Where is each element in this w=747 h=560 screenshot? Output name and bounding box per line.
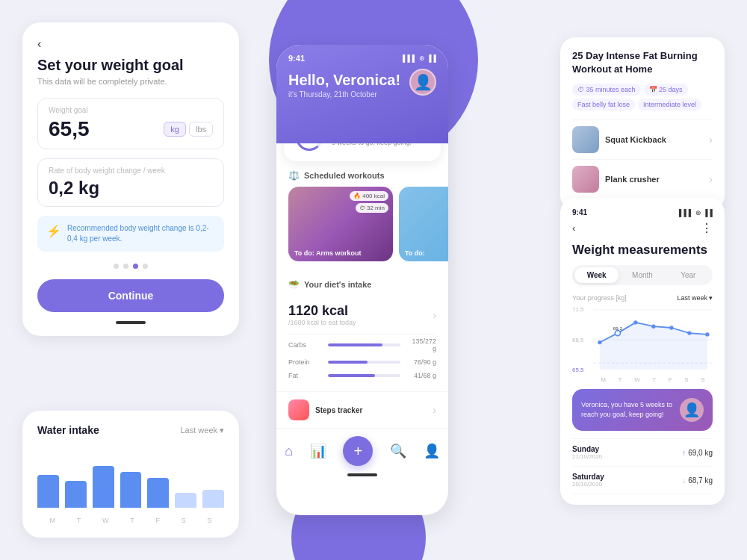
day-label-2: W bbox=[102, 517, 109, 524]
wm-tab-week[interactable]: Week bbox=[574, 267, 619, 283]
workout-label-0: To do: Arms workout bbox=[294, 249, 362, 257]
wm-time: 9:41 bbox=[572, 208, 587, 217]
rate-box: Rate of body weight change / week 0,2 kg bbox=[37, 158, 224, 207]
dot-3 bbox=[133, 264, 138, 269]
phone-middle: 9:41 ▌▌▌ ⊛ ▐▐ Hello, Veronica! it's Thur… bbox=[276, 45, 448, 515]
workouts-section-header: ⚖️ Scheduled workouts bbox=[276, 161, 448, 187]
weight-chart: 71,5 68,5 65,5 bbox=[572, 306, 713, 383]
exercise-row-0[interactable]: Squat Kickback › bbox=[572, 119, 713, 159]
continue-button[interactable]: Continue bbox=[37, 279, 224, 312]
bar-fri bbox=[147, 478, 169, 508]
recommendation-text: Recommended body weight change is 0,2-0,… bbox=[67, 223, 215, 244]
wm-tab-month[interactable]: Month bbox=[620, 267, 664, 283]
chart-point-4 bbox=[669, 326, 673, 329]
macro-row-protein: Protein 76/90 g bbox=[288, 355, 436, 369]
dot-2 bbox=[123, 264, 128, 269]
water-intake-card: Water intake Last week ▾ M T W bbox=[22, 411, 239, 538]
nav-home-icon[interactable]: ⌂ bbox=[285, 444, 293, 459]
wm-tab-year[interactable]: Year bbox=[666, 267, 710, 283]
progress-dots bbox=[37, 264, 224, 269]
macro-row-carbs: Carbs 135/272 g bbox=[288, 335, 436, 355]
macro-val-protein: 76/90 g bbox=[406, 358, 436, 366]
weight-value: 65,5 bbox=[49, 117, 90, 141]
x-label-m: M bbox=[601, 376, 606, 383]
weight-goal-card: ‹ Set your weight goal This data will be… bbox=[22, 22, 239, 336]
status-icons: ▌▌▌ ⊛ ▐▐ bbox=[403, 55, 436, 62]
steps-row[interactable]: Steps tracker › bbox=[276, 391, 448, 428]
exercise-arrow-0: › bbox=[709, 134, 713, 146]
exercise-name-1: Plank crusher bbox=[605, 175, 709, 184]
wm-back-button[interactable]: ‹ bbox=[572, 223, 575, 234]
y-label-top: 71,5 bbox=[572, 306, 584, 313]
wm-motivation-text: Veronica, you have 5 weeks to reach you … bbox=[581, 400, 674, 419]
wm-period[interactable]: Last week ▾ bbox=[677, 294, 713, 302]
workout-program-title: 25 Day Intense Fat Burning Workout at Ho… bbox=[572, 49, 713, 76]
workout-badges-0: 🔥 400 kcal ⏱ 32 min bbox=[350, 191, 388, 213]
exercise-thumb-0 bbox=[572, 126, 599, 153]
exercise-row-1[interactable]: Plank crusher › bbox=[572, 159, 713, 199]
water-period[interactable]: Last week ▾ bbox=[180, 426, 224, 435]
day-label-3: T bbox=[130, 517, 134, 524]
steps-image bbox=[288, 399, 309, 420]
phone-bottom-bar bbox=[347, 473, 377, 476]
tag-belly: Fast belly fat lose bbox=[572, 99, 635, 111]
diet-section: 1120 kcal /1600 kcal to eat today › Carb… bbox=[276, 296, 448, 391]
chart-point-6 bbox=[705, 332, 709, 336]
diet-arrow-icon: › bbox=[433, 309, 436, 321]
history-date-0: 21/10/2020 bbox=[572, 453, 602, 460]
bar-col-4 bbox=[147, 448, 169, 508]
workout-tags: ⏱ 35 minutes each 📅 25 days Fast belly f… bbox=[572, 84, 713, 111]
wm-progress-header: Your progress [kg] Last week ▾ bbox=[572, 294, 713, 302]
wm-status-bar: 9:41 ▌▌▌ ⊛ ▐▐ bbox=[572, 208, 713, 217]
day-label-6: S bbox=[208, 517, 212, 524]
macro-fill-fat bbox=[328, 374, 375, 377]
diet-icon: 🥗 bbox=[288, 279, 300, 290]
rate-label: Rate of body weight change / week bbox=[49, 167, 213, 175]
chart-point-1 bbox=[615, 331, 620, 336]
workout-card-1[interactable]: To do: bbox=[399, 187, 448, 261]
nav-chart-icon[interactable]: 📊 bbox=[310, 443, 326, 459]
diet-kcal-row[interactable]: 1120 kcal /1600 kcal to eat today › bbox=[288, 296, 436, 335]
water-bar-chart bbox=[37, 448, 224, 508]
workout-scroll: 🔥 400 kcal ⏱ 32 min To do: Arms workout … bbox=[276, 187, 448, 270]
nav-search-icon[interactable]: 🔍 bbox=[390, 443, 406, 459]
exercise-name-0: Squat Kickback bbox=[605, 135, 709, 144]
macro-name-protein: Protein bbox=[288, 358, 322, 366]
kcal-badge: 🔥 400 kcal bbox=[350, 191, 388, 201]
diet-kcal-value: 1120 kcal bbox=[288, 303, 356, 319]
macro-bar-carbs bbox=[328, 343, 400, 346]
kg-button[interactable]: kg bbox=[164, 122, 186, 137]
chart-x-labels: M T W T F S S bbox=[593, 376, 713, 383]
macro-fill-carbs bbox=[328, 343, 382, 346]
chart-point-2 bbox=[633, 320, 637, 324]
weight-measurements-card: 9:41 ▌▌▌ ⊛ ▐▐ ‹ ⋮ Weight measurements We… bbox=[560, 198, 725, 505]
wm-menu-icon[interactable]: ⋮ bbox=[701, 221, 713, 235]
workout-program-card: 25 Day Intense Fat Burning Workout at Ho… bbox=[560, 37, 725, 211]
wm-history: Sunday 21/10/2020 ↑ 69,0 kg Saturday 20/… bbox=[572, 438, 713, 494]
macro-val-carbs: 135/272 g bbox=[406, 337, 436, 352]
history-kg-1: ↓ 68,7 kg bbox=[682, 476, 713, 485]
chevron-down-icon: ▾ bbox=[220, 426, 224, 435]
x-label-s1: S bbox=[684, 376, 688, 383]
macro-val-fat: 41/68 g bbox=[406, 372, 436, 379]
x-label-s2: S bbox=[701, 376, 704, 383]
macro-row-fat: Fat 41/68 g bbox=[288, 369, 436, 382]
barbell-icon: ⚖️ bbox=[288, 170, 300, 181]
nav-profile-icon[interactable]: 👤 bbox=[424, 443, 440, 459]
lbs-button[interactable]: lbs bbox=[189, 122, 213, 137]
bar-tue bbox=[65, 481, 87, 508]
wm-progress-label: Your progress [kg] bbox=[572, 294, 627, 302]
weight-input-box: Weight goal 65,5 kg lbs bbox=[37, 98, 224, 149]
tag-days: 📅 25 days bbox=[644, 84, 688, 96]
nav-fab-button[interactable]: + bbox=[343, 436, 373, 466]
steps-arrow-icon: › bbox=[433, 404, 436, 416]
back-arrow-icon[interactable]: ‹ bbox=[37, 37, 224, 51]
macro-fill-protein bbox=[328, 361, 368, 364]
wm-tabs: Week Month Year bbox=[572, 265, 713, 285]
workout-card-0[interactable]: 🔥 400 kcal ⏱ 32 min To do: Arms workout bbox=[288, 187, 393, 261]
y-label-mid: 68,5 bbox=[572, 337, 584, 343]
chart-point-5 bbox=[687, 331, 691, 335]
chart-svg: 69,2 bbox=[593, 306, 713, 373]
exercise-arrow-1: › bbox=[709, 173, 713, 185]
workout-bg-0: 🔥 400 kcal ⏱ 32 min To do: Arms workout bbox=[288, 187, 393, 261]
